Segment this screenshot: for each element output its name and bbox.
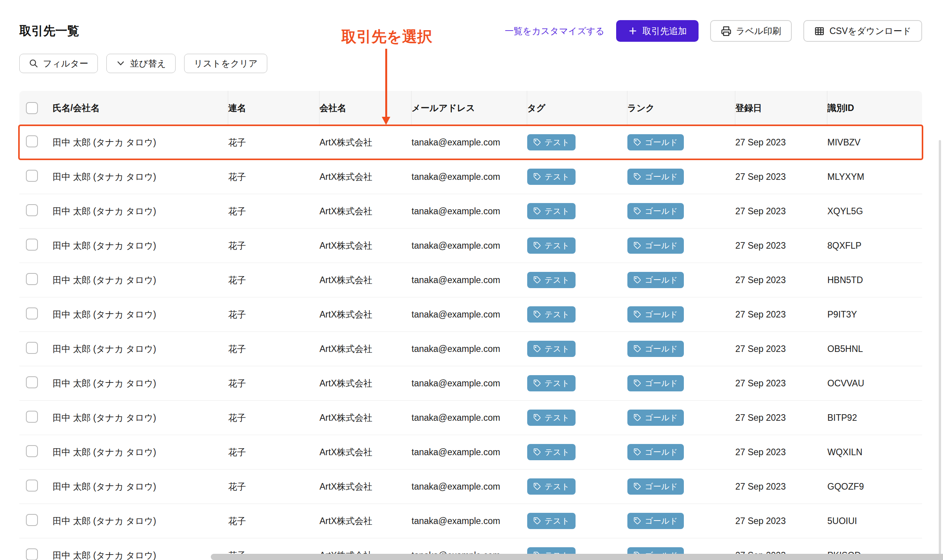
- cell-joint-name: 花子: [228, 481, 319, 493]
- row-checkbox[interactable]: [26, 135, 38, 147]
- filter-button[interactable]: フィルター: [19, 54, 98, 73]
- horizontal-scrollbar[interactable]: [211, 554, 943, 560]
- tag-badge: テスト: [527, 375, 576, 391]
- vertical-scrollbar[interactable]: [939, 140, 941, 558]
- cell-registered-date: 27 Sep 2023: [735, 172, 827, 182]
- column-header-tag[interactable]: タグ: [527, 91, 627, 125]
- table-row[interactable]: 田中 太郎 (タナカ タロウ) 花子 ArtX株式会社 tanaka@examp…: [19, 194, 922, 229]
- column-header-id[interactable]: 識別ID: [827, 91, 922, 125]
- table-row[interactable]: 田中 太郎 (タナカ タロウ) 花子 ArtX株式会社 tanaka@examp…: [19, 470, 922, 504]
- select-all-checkbox[interactable]: [26, 102, 38, 114]
- cell-name: 田中 太郎 (タナカ タロウ): [53, 137, 228, 149]
- table-row[interactable]: 田中 太郎 (タナカ タロウ) 花子 ArtX株式会社 tanaka@examp…: [19, 401, 922, 435]
- add-client-button[interactable]: 取引先追加: [616, 20, 699, 42]
- table-row[interactable]: 田中 太郎 (タナカ タロウ) 花子 ArtX株式会社 tanaka@examp…: [19, 435, 922, 470]
- sort-button[interactable]: 並び替え: [106, 54, 176, 73]
- cell-name: 田中 太郎 (タナカ タロウ): [53, 481, 228, 493]
- column-header-name[interactable]: 氏名/会社名: [53, 91, 228, 125]
- rank-badge: ゴールド: [627, 272, 684, 288]
- cell-name: 田中 太郎 (タナカ タロウ): [53, 240, 228, 252]
- row-checkbox[interactable]: [26, 480, 38, 492]
- cell-tag: テスト: [527, 237, 627, 254]
- table-body: 田中 太郎 (タナカ タロウ) 花子 ArtX株式会社 tanaka@examp…: [19, 125, 922, 560]
- tag-icon: [533, 517, 541, 525]
- customize-list-link[interactable]: 一覧をカスタマイズする: [505, 25, 605, 37]
- row-checkbox[interactable]: [26, 445, 38, 457]
- cell-name: 田中 太郎 (タナカ タロウ): [53, 309, 228, 321]
- row-checkbox[interactable]: [26, 204, 38, 216]
- table-row[interactable]: 田中 太郎 (タナカ タロウ) 花子 ArtX株式会社 tanaka@examp…: [19, 160, 922, 194]
- cell-email: tanaka@example.com: [412, 481, 527, 492]
- row-checkbox[interactable]: [26, 342, 38, 354]
- tag-icon: [634, 379, 641, 387]
- cell-registered-date: 27 Sep 2023: [735, 206, 827, 217]
- table-row[interactable]: 田中 太郎 (タナカ タロウ) 花子 ArtX株式会社 tanaka@examp…: [19, 125, 922, 160]
- tag-badge: テスト: [527, 306, 576, 323]
- cell-company: ArtX株式会社: [319, 240, 412, 252]
- rank-badge: ゴールド: [627, 203, 684, 219]
- tag-icon: [634, 517, 641, 525]
- tag-icon: [533, 242, 541, 249]
- cell-rank: ゴールド: [627, 169, 735, 185]
- cell-company: ArtX株式会社: [319, 309, 412, 321]
- tag-badge: テスト: [527, 203, 576, 219]
- printer-icon: [721, 26, 731, 36]
- header-checkbox-cell: [19, 91, 53, 125]
- rank-badge: ゴールド: [627, 306, 684, 323]
- cell-tag: テスト: [527, 341, 627, 357]
- table-row[interactable]: 田中 太郎 (タナカ タロウ) 花子 ArtX株式会社 tanaka@examp…: [19, 332, 922, 366]
- cell-tag: テスト: [527, 444, 627, 460]
- column-header-joint-name[interactable]: 連名: [228, 91, 319, 125]
- cell-rank: ゴールド: [627, 134, 735, 150]
- cell-email: tanaka@example.com: [412, 413, 527, 423]
- label-print-button[interactable]: ラベル印刷: [710, 20, 792, 42]
- row-checkbox[interactable]: [26, 376, 38, 388]
- row-checkbox[interactable]: [26, 307, 38, 319]
- row-checkbox[interactable]: [26, 273, 38, 285]
- row-checkbox[interactable]: [26, 411, 38, 423]
- cell-tag: テスト: [527, 169, 627, 185]
- column-header-rank[interactable]: ランク: [627, 91, 735, 125]
- cell-checkbox: [19, 376, 53, 391]
- tag-badge: テスト: [527, 410, 576, 426]
- cell-registered-date: 27 Sep 2023: [735, 137, 827, 148]
- column-header-company[interactable]: 会社名: [319, 91, 412, 125]
- filter-label: フィルター: [43, 58, 88, 70]
- cell-checkbox: [19, 273, 53, 287]
- row-checkbox[interactable]: [26, 548, 38, 560]
- cell-name: 田中 太郎 (タナカ タロウ): [53, 377, 228, 389]
- cell-checkbox: [19, 307, 53, 322]
- row-checkbox[interactable]: [26, 170, 38, 182]
- tag-badge: テスト: [527, 478, 576, 495]
- csv-download-button[interactable]: CSVをダウンロード: [803, 20, 922, 42]
- row-checkbox[interactable]: [26, 514, 38, 526]
- tag-icon: [533, 379, 541, 387]
- table-row[interactable]: 田中 太郎 (タナカ タロウ) 花子 ArtX株式会社 tanaka@examp…: [19, 263, 922, 297]
- cell-id: XQYL5G: [827, 206, 922, 217]
- cell-checkbox: [19, 135, 53, 150]
- tag-icon: [634, 345, 641, 353]
- column-header-email[interactable]: メールアドレス: [411, 91, 527, 125]
- cell-joint-name: 花子: [228, 515, 319, 527]
- cell-email: tanaka@example.com: [412, 275, 527, 285]
- cell-rank: ゴールド: [627, 272, 735, 288]
- table-row[interactable]: 田中 太郎 (タナカ タロウ) 花子 ArtX株式会社 tanaka@examp…: [19, 366, 922, 401]
- cell-registered-date: 27 Sep 2023: [735, 378, 827, 389]
- cell-id: 8QXFLP: [827, 241, 922, 251]
- tag-icon: [634, 276, 641, 284]
- table-row[interactable]: 田中 太郎 (タナカ タロウ) 花子 ArtX株式会社 tanaka@examp…: [19, 229, 922, 263]
- column-header-registered-date[interactable]: 登録日: [735, 91, 827, 125]
- cell-company: ArtX株式会社: [319, 515, 412, 527]
- cell-tag: テスト: [527, 272, 627, 288]
- cell-checkbox: [19, 480, 53, 494]
- rank-badge: ゴールド: [627, 478, 684, 495]
- table-row[interactable]: 田中 太郎 (タナカ タロウ) 花子 ArtX株式会社 tanaka@examp…: [19, 297, 922, 332]
- cell-email: tanaka@example.com: [412, 241, 527, 251]
- add-client-label: 取引先追加: [642, 25, 687, 37]
- cell-tag: テスト: [527, 410, 627, 426]
- clear-list-button[interactable]: リストをクリア: [184, 54, 267, 73]
- table-row[interactable]: 田中 太郎 (タナカ タロウ) 花子 ArtX株式会社 tanaka@examp…: [19, 504, 922, 538]
- row-checkbox[interactable]: [26, 239, 38, 251]
- cell-id: OB5HNL: [827, 344, 922, 354]
- tag-badge: テスト: [527, 169, 576, 185]
